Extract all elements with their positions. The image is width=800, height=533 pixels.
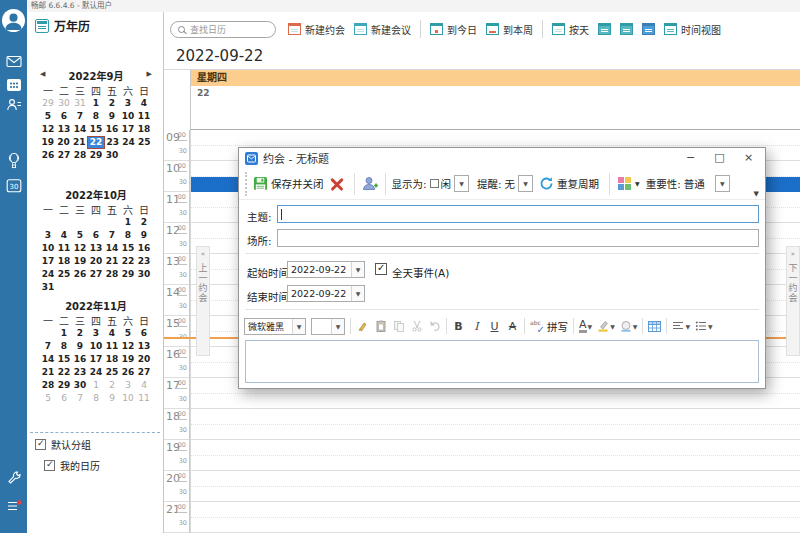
mini-day[interactable]: 10: [120, 392, 136, 405]
mini-day[interactable]: 4: [136, 97, 152, 110]
mini-day[interactable]: 19: [72, 255, 88, 268]
balloon-icon[interactable]: [0, 152, 27, 169]
mini-day[interactable]: 22: [120, 255, 136, 268]
mini-day[interactable]: 25: [56, 268, 72, 281]
mini-day[interactable]: 8: [56, 340, 72, 353]
time-slot-row[interactable]: [191, 471, 800, 502]
work-week-view-button[interactable]: [598, 23, 611, 35]
mini-day[interactable]: 29: [120, 268, 136, 281]
mini-day[interactable]: 29: [56, 379, 72, 392]
mini-day[interactable]: 9: [136, 229, 152, 242]
subject-input[interactable]: [277, 205, 759, 223]
chevron-down-icon[interactable]: ▼: [351, 262, 364, 277]
mini-day[interactable]: 5: [120, 327, 136, 340]
toolbar-overflow-dropdown[interactable]: ▼: [754, 190, 759, 198]
maximize-button[interactable]: □: [705, 148, 734, 168]
mini-day[interactable]: 15: [88, 123, 104, 136]
start-date-combo[interactable]: 2022-09-22▼: [287, 261, 365, 278]
spell-check-button[interactable]: abc✓拼写: [530, 319, 568, 334]
mini-day[interactable]: 8: [88, 110, 104, 123]
mini-day[interactable]: 25: [104, 366, 120, 379]
mini-day[interactable]: 20: [56, 136, 72, 149]
mini-day[interactable]: 30: [72, 379, 88, 392]
mini-day[interactable]: 1: [88, 379, 104, 392]
user-avatar[interactable]: [2, 9, 25, 32]
mini-day[interactable]: 9: [104, 392, 120, 405]
mini-day[interactable]: 13: [56, 123, 72, 136]
chevron-down-icon[interactable]: ▼: [351, 286, 364, 301]
day-header-band[interactable]: 星期四: [190, 70, 800, 86]
next-appointment-tab[interactable]: » 下一约会: [786, 246, 800, 356]
dialog-titlebar[interactable]: 约会 - 无标题 − □ ×: [239, 148, 765, 168]
mini-day[interactable]: 14: [72, 123, 88, 136]
mini-day[interactable]: 7: [104, 229, 120, 242]
align-button[interactable]: ▼: [672, 318, 690, 334]
importance-dropdown[interactable]: ▼: [715, 175, 730, 192]
mini-day[interactable]: 5: [40, 110, 56, 123]
copy-icon[interactable]: [392, 318, 405, 334]
reminder-dropdown[interactable]: ▼: [518, 175, 533, 192]
font-color-button[interactable]: A▼: [579, 318, 592, 334]
calendar-icon[interactable]: [0, 77, 27, 92]
mini-day[interactable]: 21: [104, 255, 120, 268]
mini-day[interactable]: 27: [56, 149, 72, 162]
mini-day[interactable]: 3: [120, 97, 136, 110]
new-appointment-button[interactable]: 新建约会: [288, 22, 345, 37]
mini-day[interactable]: 17: [40, 255, 56, 268]
recurrence-button[interactable]: 重复周期: [539, 176, 599, 191]
all-day-area[interactable]: 22: [190, 86, 800, 130]
mini-day[interactable]: 19: [120, 353, 136, 366]
mini-day[interactable]: 23: [72, 366, 88, 379]
mini-day[interactable]: 24: [121, 136, 137, 149]
mini-day[interactable]: 26: [120, 366, 136, 379]
minimize-button[interactable]: −: [676, 148, 705, 168]
mini-day[interactable]: 4: [56, 229, 72, 242]
mini-day[interactable]: 22: [56, 366, 72, 379]
mini-day[interactable]: 27: [88, 268, 104, 281]
mini-day[interactable]: 13: [136, 340, 152, 353]
categories-button[interactable]: [618, 177, 632, 191]
mini-day[interactable]: 28: [104, 268, 120, 281]
mini-day[interactable]: 7: [40, 340, 56, 353]
mini-day[interactable]: 7: [72, 110, 88, 123]
mini-day[interactable]: 21: [40, 366, 56, 379]
new-meeting-button[interactable]: 新建会议: [354, 22, 411, 37]
format-painter-icon[interactable]: [356, 318, 369, 334]
mini-day[interactable]: 30: [136, 268, 152, 281]
go-today-button[interactable]: 到今日: [430, 22, 477, 37]
appointment-body-editor[interactable]: [245, 340, 759, 383]
location-input[interactable]: [277, 229, 759, 247]
menu-notifications-icon[interactable]: [0, 499, 27, 513]
mini-day[interactable]: 11: [56, 242, 72, 255]
paste-icon[interactable]: [374, 318, 387, 334]
chevron-down-icon[interactable]: ▼: [588, 323, 593, 330]
perpetual-calendar-icon[interactable]: 30: [0, 178, 27, 193]
chevron-down-icon[interactable]: ▼: [685, 323, 690, 330]
mini-day[interactable]: 3: [120, 379, 136, 392]
mini-day[interactable]: 9: [104, 110, 120, 123]
mini-day[interactable]: 11: [104, 340, 120, 353]
cut-icon[interactable]: [410, 318, 423, 334]
mini-day[interactable]: 12: [40, 123, 56, 136]
mini-day[interactable]: 2: [104, 97, 120, 110]
font-size-combo[interactable]: ▼: [311, 318, 345, 335]
delete-button[interactable]: [330, 177, 344, 191]
fill-color-button[interactable]: ▼: [620, 318, 638, 334]
next-month-arrow[interactable]: ▶: [147, 70, 152, 78]
mini-day[interactable]: 28: [40, 379, 56, 392]
time-slot-row[interactable]: [191, 440, 800, 471]
mini-day[interactable]: 26: [40, 149, 56, 162]
mini-day[interactable]: 2: [104, 379, 120, 392]
search-calendar-input[interactable]: 查找日历: [170, 21, 276, 38]
mini-day[interactable]: 30: [104, 149, 120, 162]
highlight-button[interactable]: ▼: [597, 318, 615, 334]
my-calendar-checkbox[interactable]: [44, 460, 55, 471]
mini-day[interactable]: 18: [56, 255, 72, 268]
mini-day[interactable]: 15: [120, 242, 136, 255]
mini-day[interactable]: 14: [40, 353, 56, 366]
month-view-button[interactable]: [642, 23, 655, 35]
mini-day[interactable]: 29: [40, 97, 56, 110]
mini-day[interactable]: 6: [56, 392, 72, 405]
mini-day[interactable]: 2: [136, 216, 152, 229]
mini-day[interactable]: 23: [136, 255, 152, 268]
